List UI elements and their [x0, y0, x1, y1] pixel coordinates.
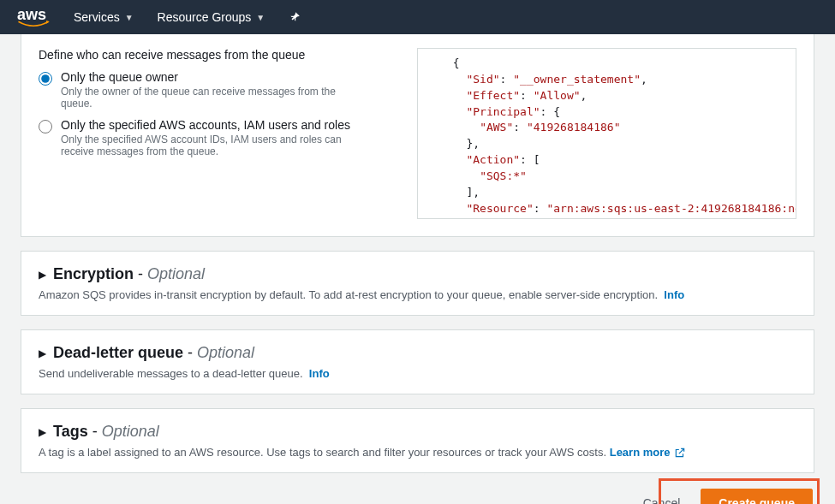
top-nav: aws Services ▼ Resource Groups ▼ [0, 0, 835, 34]
encryption-title: Encryption [53, 265, 134, 282]
radio-owner-only[interactable]: Only the queue owner Only the owner of t… [39, 70, 400, 110]
dlq-toggle[interactable]: ▶ Dead-letter queue - Optional [39, 344, 796, 362]
dlq-title: Dead-letter queue [53, 344, 183, 361]
nav-services[interactable]: Services ▼ [74, 10, 134, 24]
tags-toggle[interactable]: ▶ Tags - Optional [39, 423, 796, 441]
tags-desc: A tag is a label assigned to an AWS reso… [39, 446, 796, 459]
policy-json-preview[interactable]: { "Sid": "__owner_statement", "Effect": … [417, 48, 797, 219]
radio-owner-desc: Only the owner of the queue can receive … [61, 86, 369, 110]
encryption-desc: Amazon SQS provides in-transit encryptio… [39, 288, 796, 301]
nav-resource-groups[interactable]: Resource Groups ▼ [158, 10, 265, 24]
nav-services-label: Services [74, 10, 120, 24]
chevron-down-icon: ▼ [256, 13, 265, 22]
access-prompt: Define who can receive messages from the… [39, 48, 400, 62]
access-policy-panel: Define who can receive messages from the… [21, 34, 814, 237]
chevron-down-icon: ▼ [125, 13, 134, 22]
encryption-info-link[interactable]: Info [664, 288, 684, 301]
caret-right-icon: ▶ [39, 347, 46, 359]
optional-label: Optional [147, 265, 205, 282]
cancel-button[interactable]: Cancel [633, 489, 691, 504]
external-link-icon [674, 447, 686, 459]
radio-specified-label: Only the specified AWS accounts, IAM use… [61, 118, 369, 132]
footer-actions: Cancel Create queue [21, 489, 814, 504]
pin-icon[interactable] [289, 11, 301, 23]
radio-specified-input[interactable] [39, 120, 52, 133]
caret-right-icon: ▶ [39, 426, 46, 438]
tags-title: Tags [53, 423, 88, 440]
caret-right-icon: ▶ [39, 269, 46, 281]
radio-owner-label: Only the queue owner [61, 70, 369, 84]
aws-logo[interactable]: aws [17, 6, 50, 29]
create-queue-button[interactable]: Create queue [701, 489, 813, 504]
encryption-section: ▶ Encryption - Optional Amazon SQS provi… [21, 251, 814, 316]
optional-label: Optional [102, 423, 159, 440]
aws-logo-text: aws [17, 6, 46, 23]
nav-groups-label: Resource Groups [158, 10, 252, 24]
dlq-section: ▶ Dead-letter queue - Optional Send unde… [21, 329, 814, 394]
radio-owner-input[interactable] [39, 72, 52, 86]
dlq-info-link[interactable]: Info [309, 367, 330, 380]
tags-section: ▶ Tags - Optional A tag is a label assig… [21, 408, 814, 473]
learn-more-link[interactable]: Learn more [610, 446, 686, 459]
radio-specified-accounts[interactable]: Only the specified AWS accounts, IAM use… [39, 118, 400, 157]
encryption-toggle[interactable]: ▶ Encryption - Optional [39, 265, 796, 283]
radio-specified-desc: Only the specified AWS account IDs, IAM … [61, 133, 369, 157]
dlq-desc: Send undeliverable messages to a dead-le… [39, 367, 796, 380]
optional-label: Optional [197, 344, 254, 361]
